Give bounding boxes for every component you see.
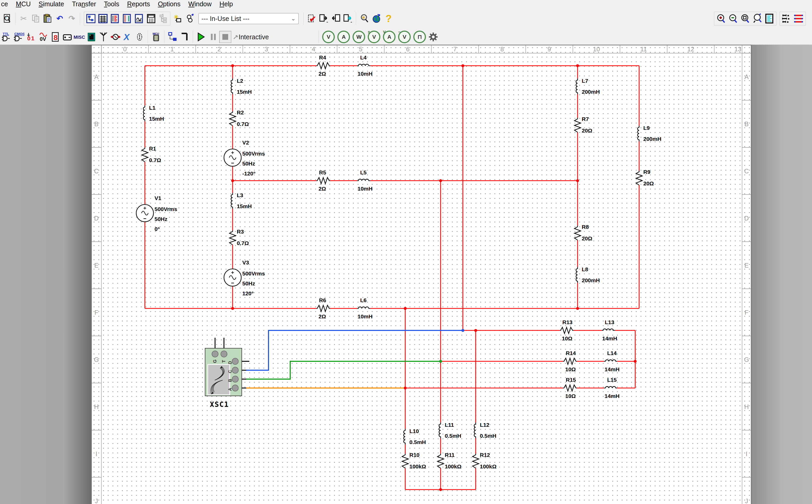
spreadsheet-view-button[interactable] [97,13,109,25]
misc-digital-components-button[interactable]: 01 [25,31,37,43]
paste-button[interactable] [42,13,54,25]
advanced-peripherals-button[interactable] [85,31,97,43]
misc-components-button[interactable]: MISC [73,31,85,43]
scope-terminal-T[interactable] [221,351,227,357]
new-wire-button[interactable]: ✳ [172,13,184,25]
run-simulation-button[interactable] [195,31,207,43]
cmos-components-button[interactable]: CMOS [13,31,25,43]
wire-color-button[interactable] [793,13,805,25]
menu-item-help[interactable]: Help [215,0,237,8]
indicator-components-button[interactable]: 8 [49,31,61,43]
zoom-area-button[interactable] [739,13,751,25]
help-button[interactable]: ? [382,13,394,25]
schematic-canvas[interactable]: 012345678910111213AABBCCDDEEFFGGHHIIJJL1… [0,0,812,504]
menu-item-transfer[interactable]: Transfer [68,0,100,8]
svg-text:-120°: -120° [242,170,255,176]
differential-voltage-probe-button[interactable]: ±V [368,31,380,43]
rf-components-button[interactable] [97,31,109,43]
zoom-full-button[interactable] [763,13,775,25]
component-wizard-button[interactable] [184,13,196,25]
erc-check-button[interactable]: ✔ [306,13,318,25]
svg-text:50Hz: 50Hz [154,216,167,222]
scope-terminal-A[interactable] [232,385,238,391]
zoom-fit-button[interactable] [751,13,763,25]
find-button[interactable]: ✳ [358,13,370,25]
component-V2[interactable] [224,149,241,166]
design-toolbox-button[interactable] [85,13,97,25]
connector-components-button[interactable] [134,31,146,43]
scope-terminal-D[interactable] [232,358,238,364]
pause-simulation-button[interactable] [207,31,219,43]
menu-item-simulate[interactable]: Simulate [35,0,68,8]
svg-text:F: F [745,309,749,316]
menu-item-tools[interactable]: Tools [100,0,123,8]
ni-components-button[interactable]: X [121,31,134,43]
simulation-mode-control[interactable]: Interactive [233,33,269,41]
undo-button[interactable]: ↶ [54,13,66,25]
print-preview-button[interactable] [1,13,13,25]
menu-item-ce[interactable]: ce [1,0,12,8]
forward-annotate-button[interactable] [342,13,354,25]
electromechanical-components-button[interactable] [109,31,121,43]
svg-text:8: 8 [500,46,504,53]
svg-text:0°: 0° [154,226,160,232]
in-use-list-dropdown[interactable]: --- In-Use List --- ⌄ [198,13,298,24]
database-view-button[interactable] [121,13,133,25]
power-source-components-button[interactable] [61,31,73,43]
svg-text:2Ω: 2Ω [318,313,326,319]
spice-netlist-button[interactable] [109,13,121,25]
svg-text:10Ω: 10Ω [562,335,572,341]
digital-probe-button[interactable]: ⊓ [413,31,426,43]
component-V1[interactable] [136,204,153,222]
svg-text:10: 10 [593,46,600,53]
svg-text:D: D [228,361,233,364]
grapher-button[interactable] [133,13,145,25]
scope-terminal-C[interactable] [232,367,238,373]
svg-text:MCU: MCU [153,32,159,35]
export-to-layout-button[interactable] [318,13,330,25]
hierarchy-button[interactable] [157,13,169,25]
zoom-in-button[interactable] [715,13,727,25]
svg-text:200mH: 200mH [643,136,661,142]
cut-button[interactable]: ✂ [18,13,30,25]
component-V3[interactable] [224,269,241,286]
voltage-current-probe-button[interactable]: VA [383,31,395,43]
svg-text:0.7Ω: 0.7Ω [237,240,249,246]
voltage-reference-probe-button[interactable]: −V [398,31,411,43]
current-probe-button[interactable]: A [337,31,350,43]
menu-item-options[interactable]: Options [154,0,184,8]
svg-text:R3: R3 [237,229,244,235]
menu-item-reports[interactable]: Reports [123,0,154,8]
menu-item-window[interactable]: Window [184,0,215,8]
mixed-components-button[interactable]: 0V [37,31,49,43]
scope-terminal-G[interactable] [212,351,218,357]
svg-text:L9: L9 [643,125,650,131]
svg-text:6: 6 [406,46,410,53]
svg-text:500Vrms: 500Vrms [154,206,177,212]
probe-settings-button[interactable] [427,31,439,43]
svg-text:50Hz: 50Hz [242,280,255,286]
hierarchical-block-button[interactable] [167,31,179,43]
svg-text:R6: R6 [319,297,326,303]
copy-button[interactable] [30,13,42,25]
svg-text:14mH: 14mH [605,393,620,399]
svg-text:J: J [745,497,748,504]
svg-text:L10: L10 [410,428,419,434]
stop-simulation-button[interactable] [219,31,231,43]
svg-text:✳: ✳ [362,15,365,20]
postprocessor-button[interactable] [145,13,157,25]
education-website-button[interactable] [370,13,382,25]
edit-symbol-button[interactable] [781,13,793,25]
zoom-out-button[interactable] [727,13,739,25]
voltage-probe-button[interactable]: V [322,31,335,43]
bus-button[interactable] [179,31,191,43]
wire-junction [439,488,442,491]
svg-text:15mH: 15mH [149,116,164,122]
backannotate-button[interactable] [330,13,342,25]
redo-button[interactable]: ↷ [66,13,78,25]
scope-terminal-B[interactable] [232,376,238,382]
ttl-components-button[interactable]: TTL [1,31,13,43]
menu-item-mcu[interactable]: MCU [12,0,35,8]
power-probe-button[interactable]: W [352,31,365,43]
mcu-components-button[interactable]: MCU [150,31,162,43]
